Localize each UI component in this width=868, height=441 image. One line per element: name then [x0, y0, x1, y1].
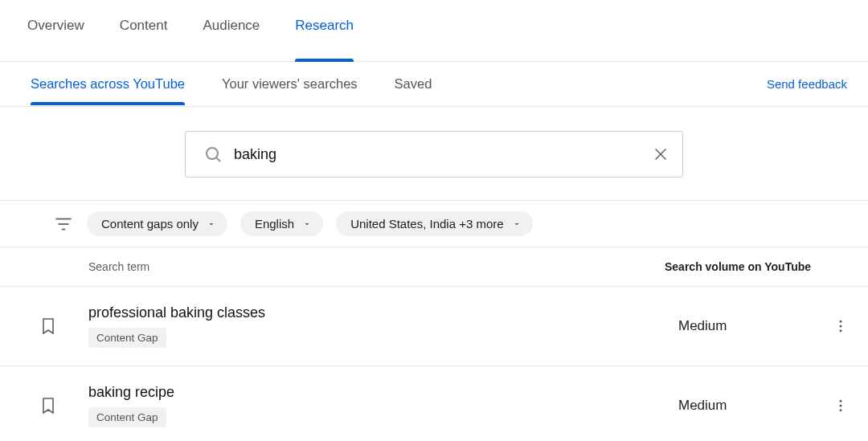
search-box — [185, 131, 683, 178]
term-cell: professional baking classes Content Gap — [88, 304, 675, 348]
send-feedback-link[interactable]: Send feedback — [767, 77, 847, 91]
search-icon — [203, 145, 223, 164]
col-header-search-volume: Search volume on YouTube — [665, 260, 837, 273]
chevron-down-icon — [302, 219, 312, 229]
svg-point-10 — [840, 400, 842, 402]
search-input[interactable] — [234, 146, 652, 163]
svg-point-12 — [840, 409, 842, 411]
table-row: baking recipe Content Gap Medium — [0, 366, 868, 441]
svg-point-0 — [207, 148, 218, 159]
filter-bar: Content gaps only English United States,… — [0, 200, 868, 247]
filter-chip-region[interactable]: United States, India +3 more — [336, 211, 533, 236]
bookmark-button[interactable] — [39, 316, 88, 336]
sub-tabs: Searches across YouTube Your viewers' se… — [31, 63, 767, 104]
col-header-search-term: Search term — [88, 260, 665, 273]
svg-point-9 — [840, 329, 842, 332]
search-term-text: professional baking classes — [88, 304, 675, 321]
tab-audience[interactable]: Audience — [203, 18, 260, 61]
content-gap-badge: Content Gap — [88, 407, 166, 427]
sub-tab-saved[interactable]: Saved — [395, 63, 432, 104]
search-area — [0, 107, 868, 200]
search-term-text: baking recipe — [88, 384, 675, 401]
volume-cell: Medium — [675, 318, 828, 334]
svg-point-8 — [840, 325, 842, 328]
filter-chip-language[interactable]: English — [240, 211, 323, 236]
top-tabs: Overview Content Audience Research — [0, 0, 868, 62]
chevron-down-icon — [207, 219, 216, 229]
sub-tabs-row: Searches across YouTube Your viewers' se… — [0, 62, 868, 107]
column-headers: Search term Search volume on YouTube — [0, 247, 868, 287]
tab-overview[interactable]: Overview — [27, 18, 84, 61]
sub-tab-searches-across-youtube[interactable]: Searches across YouTube — [31, 63, 185, 104]
svg-point-7 — [840, 321, 842, 323]
filter-chip-label: United States, India +3 more — [350, 217, 504, 231]
tab-content[interactable]: Content — [120, 18, 168, 61]
more-options-button[interactable] — [828, 398, 854, 414]
chevron-down-icon — [512, 219, 522, 229]
more-options-button[interactable] — [828, 318, 854, 334]
svg-point-11 — [840, 405, 842, 407]
filter-chip-label: Content gaps only — [101, 217, 199, 231]
table-row: professional baking classes Content Gap … — [0, 287, 868, 366]
tab-research[interactable]: Research — [295, 18, 354, 61]
bookmark-button[interactable] — [39, 396, 88, 415]
filter-chip-label: English — [255, 217, 294, 231]
term-cell: baking recipe Content Gap — [88, 384, 675, 427]
filter-chip-content-gaps[interactable]: Content gaps only — [87, 211, 227, 236]
svg-line-1 — [217, 158, 220, 161]
sub-tab-your-viewers-searches[interactable]: Your viewers' searches — [222, 63, 358, 104]
content-gap-badge: Content Gap — [88, 328, 166, 348]
volume-cell: Medium — [675, 398, 828, 414]
clear-search-button[interactable] — [652, 145, 669, 163]
filter-icon[interactable] — [53, 214, 74, 235]
